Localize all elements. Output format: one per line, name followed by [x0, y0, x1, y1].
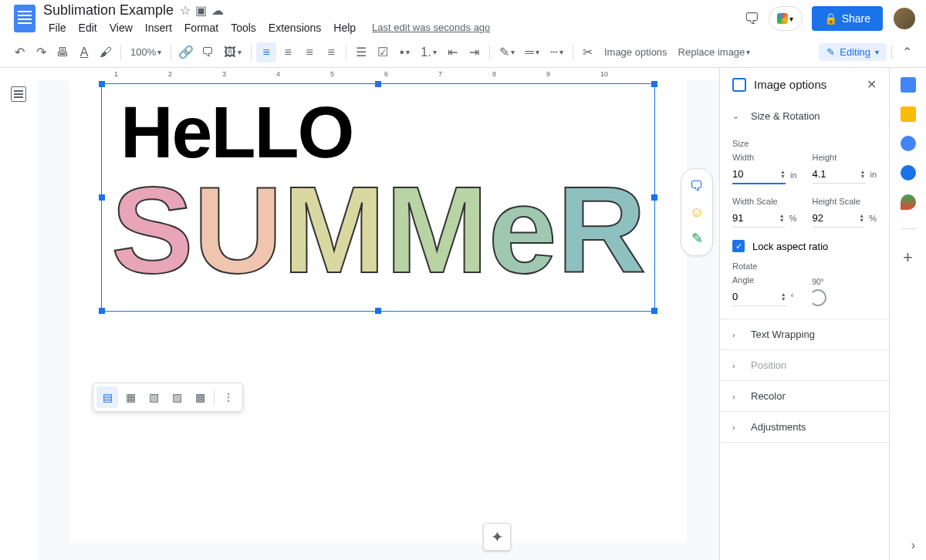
contacts-icon[interactable]	[901, 165, 916, 180]
chevron-right-icon: ›	[732, 361, 742, 370]
add-comment-button[interactable]: 🗨	[198, 42, 218, 62]
angle-input[interactable]: 0 ▲▼	[732, 288, 786, 306]
star-icon[interactable]: ☆	[180, 3, 191, 18]
horizontal-ruler[interactable]: 1 2 3 4 5 6 7 8 9 10	[37, 68, 719, 80]
get-addons-button[interactable]: +	[903, 248, 913, 268]
share-label: Share	[842, 12, 870, 25]
image-text-line2: S U M M e R	[102, 174, 654, 285]
angle-spinner[interactable]: ▲▼	[781, 292, 786, 302]
resize-handle-bm[interactable]	[375, 308, 381, 314]
keep-icon[interactable]	[901, 106, 916, 122]
cloud-status-icon[interactable]: ☁	[211, 3, 224, 18]
meet-button[interactable]: ▾	[769, 6, 803, 31]
document-title[interactable]: Sublimation Example	[43, 2, 174, 19]
width-scale-spinner[interactable]: ▲▼	[779, 214, 785, 223]
last-edit-text[interactable]: Last edit was seconds ago	[372, 22, 490, 33]
add-emoji-side-button[interactable]: ☺	[688, 203, 706, 221]
width-scale-input[interactable]: 91 ▲▼	[732, 209, 785, 228]
line-spacing-button[interactable]: ☰	[351, 42, 371, 62]
share-button[interactable]: 🔒 Share	[812, 6, 883, 31]
resize-handle-mr[interactable]	[651, 194, 657, 201]
border-weight-button[interactable]: ═▾	[521, 42, 544, 62]
checklist-button[interactable]: ☑	[373, 42, 393, 62]
menu-help[interactable]: Help	[328, 20, 361, 35]
selected-image[interactable]: HeLLO S U M M e R	[101, 83, 655, 312]
menu-view[interactable]: View	[104, 20, 138, 35]
crop-button[interactable]: ✂	[578, 42, 598, 62]
align-right-button[interactable]: ≡	[299, 42, 319, 62]
replace-image-button[interactable]: Replace image▾	[674, 43, 755, 61]
print-button[interactable]: 🖶	[52, 42, 73, 62]
menu-file[interactable]: File	[43, 20, 72, 35]
undo-button[interactable]: ↶	[9, 42, 29, 62]
menu-edit[interactable]: Edit	[73, 20, 103, 35]
move-icon[interactable]: ▣	[195, 3, 207, 18]
menu-format[interactable]: Format	[179, 20, 224, 35]
resize-handle-tl[interactable]	[99, 81, 105, 87]
menu-insert[interactable]: Insert	[140, 20, 177, 35]
suggest-side-button[interactable]: ✎	[688, 229, 706, 248]
editing-mode-button[interactable]: ✎ Editing ▾	[819, 43, 887, 61]
redo-button[interactable]: ↷	[31, 42, 51, 62]
zoom-select[interactable]: 100%▾	[126, 43, 166, 61]
border-color-button[interactable]: ✎▾	[495, 42, 519, 62]
align-left-button[interactable]: ≡	[256, 42, 276, 62]
toolbar: ↶ ↷ 🖶 A 🖌 100%▾ 🔗 🗨 🖼▾ ≡ ≡ ≡ ≡ ☰ ☑ •▾ 1.…	[0, 37, 926, 68]
menu-extensions[interactable]: Extensions	[263, 20, 326, 35]
close-sidebar-button[interactable]: ✕	[867, 77, 877, 92]
maps-icon[interactable]	[901, 194, 916, 210]
section-recolor-toggle[interactable]: › Recolor	[720, 381, 889, 411]
comments-icon[interactable]: 🗨	[744, 10, 759, 28]
height-scale-spinner[interactable]: ▲▼	[859, 214, 864, 223]
section-adjustments-toggle[interactable]: › Adjustments	[720, 412, 889, 442]
spellcheck-button[interactable]: A	[74, 42, 94, 62]
numbered-list-button[interactable]: 1.▾	[416, 42, 441, 62]
menu-bar: File Edit View Insert Format Tools Exten…	[43, 20, 744, 35]
align-center-button[interactable]: ≡	[278, 42, 298, 62]
wrap-front-button[interactable]: ▩	[189, 386, 211, 408]
decrease-indent-button[interactable]: ⇤	[443, 42, 463, 62]
wrap-inline-button[interactable]: ▤	[96, 386, 118, 408]
docs-logo[interactable]	[9, 3, 40, 34]
section-position-toggle: › Position	[720, 350, 889, 380]
section-size-rotation-toggle[interactable]: ⌄ Size & Rotation	[720, 101, 889, 131]
resize-handle-tm[interactable]	[375, 81, 381, 87]
calendar-icon[interactable]	[901, 77, 916, 93]
account-avatar[interactable]	[892, 6, 917, 31]
tasks-icon[interactable]	[901, 136, 916, 151]
increase-indent-button[interactable]: ⇥	[465, 42, 485, 62]
image-options-button[interactable]: Image options	[600, 43, 672, 61]
section-text-wrapping-toggle[interactable]: › Text Wrapping	[720, 319, 889, 349]
resize-handle-bl[interactable]	[99, 308, 105, 314]
wrap-text-button[interactable]: ▦	[120, 386, 141, 408]
document-page[interactable]: HeLLO S U M M e R	[69, 80, 687, 543]
resize-handle-br[interactable]	[651, 308, 657, 314]
sidebar-title: Image options	[754, 78, 826, 91]
image-icon	[732, 78, 746, 92]
width-spinner[interactable]: ▲▼	[780, 170, 786, 179]
wrap-behind-button[interactable]: ▨	[166, 386, 188, 408]
add-comment-side-button[interactable]: 🗨	[688, 177, 706, 195]
height-scale-input[interactable]: 92 ▲▼	[813, 209, 865, 228]
paint-format-button[interactable]: 🖌	[96, 42, 116, 62]
width-input[interactable]: 10 ▲▼	[732, 165, 786, 184]
wrap-break-button[interactable]: ▧	[143, 386, 164, 408]
outline-toggle-icon[interactable]	[11, 86, 26, 102]
bulleted-list-button[interactable]: •▾	[394, 42, 414, 62]
insert-link-button[interactable]: 🔗	[176, 42, 196, 62]
border-dash-button[interactable]: ┄▾	[546, 42, 568, 62]
rotate-90-button[interactable]	[809, 289, 826, 306]
menu-tools[interactable]: Tools	[225, 20, 262, 35]
right-rail: +	[889, 68, 926, 560]
resize-handle-ml[interactable]	[99, 194, 105, 201]
explore-button[interactable]: ✦	[483, 523, 511, 551]
insert-image-button[interactable]: 🖼▾	[219, 42, 246, 62]
height-spinner[interactable]: ▲▼	[860, 170, 866, 179]
lock-aspect-checkbox[interactable]: ✓	[732, 240, 745, 252]
align-justify-button[interactable]: ≡	[321, 42, 341, 62]
height-input[interactable]: 4.1 ▲▼	[813, 165, 866, 184]
image-more-button[interactable]: ⋮	[218, 386, 239, 408]
resize-handle-tr[interactable]	[651, 81, 657, 87]
collapse-toolbar-button[interactable]: ⌃	[897, 42, 917, 62]
hide-side-panel-button[interactable]: ›	[911, 538, 915, 552]
